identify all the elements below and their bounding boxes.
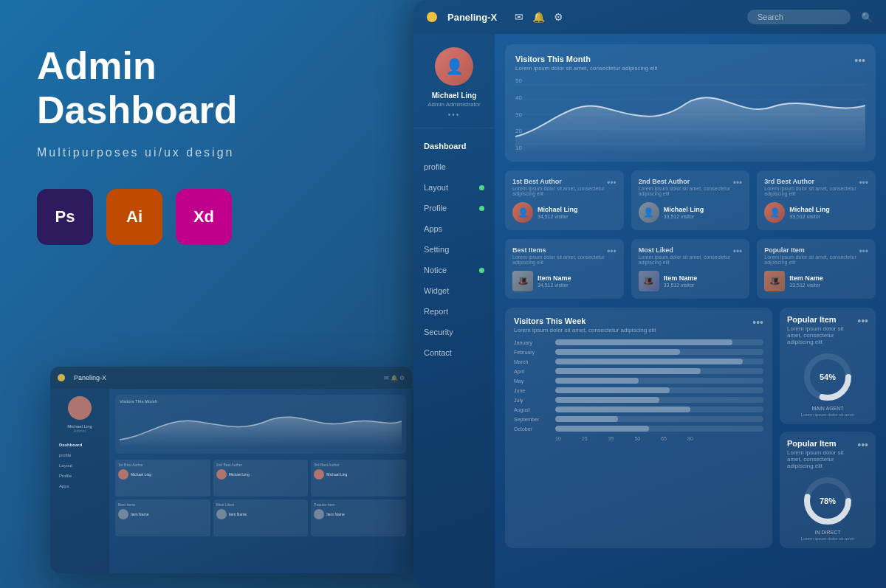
bar-label: April: [514, 369, 551, 374]
donut1-sublabel: MAIN AGENT: [811, 406, 843, 411]
avatar: 👤: [435, 47, 473, 86]
donut2-svg: 78%: [802, 475, 854, 527]
bar-fill: [555, 339, 732, 345]
visitors-month-card: Visitors This Month Lorem ipsum dolor si…: [505, 44, 876, 162]
item3-more[interactable]: •••: [859, 246, 868, 265]
author1-rank: 1st Best Author: [512, 178, 607, 185]
bar-fill: [555, 378, 639, 384]
author2-avatar: 👤: [639, 202, 659, 223]
bar-track: [555, 378, 763, 384]
donut2-sublabel: IN DIRECT: [815, 530, 841, 535]
donut1-more[interactable]: •••: [857, 315, 868, 327]
bell-icon[interactable]: 🔔: [532, 11, 545, 23]
dashboard-header: Paneling-X ✉ 🔔 ⚙ 🔍: [413, 0, 886, 34]
mail-icon[interactable]: ✉: [515, 11, 523, 23]
mini-dashboard-preview: Paneling-X ✉ 🔔 ⚙ Michael LingAdmin Dashb…: [50, 367, 412, 573]
bar-row: April: [514, 368, 763, 374]
donut-card-2: Popular Item Lorem ipsum dolor sit amet,…: [780, 432, 876, 548]
item3-rank: Popular Item: [764, 246, 859, 254]
bar-track: [555, 349, 763, 355]
sidebar-item-dashboard[interactable]: Dashboard: [413, 136, 495, 156]
sidebar-item-contact[interactable]: Contact: [413, 342, 495, 363]
item1-rank: Best Items: [512, 246, 607, 254]
author3-more[interactable]: •••: [859, 178, 868, 196]
bar-label: June: [514, 388, 551, 393]
bar-row: September: [514, 416, 763, 422]
donut1-title: Popular Item: [787, 315, 857, 324]
bar-row: March: [514, 359, 763, 364]
svg-text:54%: 54%: [820, 373, 836, 381]
sidebar-item-profile[interactable]: Profile: [413, 198, 495, 218]
bar-row: January: [514, 339, 763, 345]
best-items-grid: Best Items Lorem ipsum dolor sit amet, c…: [505, 239, 876, 299]
notice-dot: [479, 268, 484, 273]
main-dashboard: Paneling-X ✉ 🔔 ⚙ 🔍 👤 Michael Ling Admin …: [413, 0, 886, 588]
best-author-2-card: 2nd Best Author Lorem ipsum dolor sit am…: [631, 170, 750, 230]
bar-track: [555, 426, 763, 432]
header-icons: ✉ 🔔 ⚙: [515, 11, 563, 23]
bar-fill: [555, 397, 659, 403]
author1-more[interactable]: •••: [607, 178, 617, 196]
bar-row: February: [514, 349, 763, 355]
visitors-month-more[interactable]: •••: [854, 55, 865, 66]
bar-row: July: [514, 397, 763, 403]
sidebar-username: Michael Ling: [422, 91, 486, 100]
weekly-subtitle: Lorem ipsum dolor sit amet, consectetur …: [514, 327, 656, 333]
author3-avatar: 👤: [764, 202, 785, 223]
bar-track: [555, 416, 763, 422]
weekly-chart-card: Visitors This Week Lorem ipsum dolor sit…: [505, 308, 772, 548]
bar-track: [555, 359, 763, 364]
sidebar-user: 👤 Michael Ling Admin Administrator •••: [413, 34, 495, 128]
logo-dot: [427, 12, 437, 22]
author2-more[interactable]: •••: [733, 178, 743, 196]
bar-track: [555, 407, 763, 412]
donut1-subtitle: Lorem ipsum dolor sit amet, consectetur …: [787, 325, 857, 345]
settings-icon[interactable]: ⚙: [554, 11, 563, 23]
item1-avatar: 🎩: [512, 271, 533, 291]
best-item-2-card: Most Liked Lorem ipsum dolor sit amet, c…: [631, 239, 750, 299]
sidebar-item-apps[interactable]: Apps: [413, 218, 495, 239]
left-section: Admin Dashboard Multipurposes ui/ux desi…: [0, 0, 421, 588]
bar-fill: [555, 387, 670, 393]
bar-label: August: [514, 407, 551, 412]
weekly-more[interactable]: •••: [752, 317, 763, 328]
visitors-month-chart: 50 40 30 20 10: [515, 77, 865, 151]
sidebar-item-layout[interactable]: Layout: [413, 177, 495, 198]
sidebar-item-report[interactable]: Report: [413, 301, 495, 322]
best-author-3-card: 3rd Best Author Lorem ipsum dolor sit am…: [757, 170, 876, 230]
badge-ps: Ps: [37, 189, 93, 245]
main-content: Visitors This Month Lorem ipsum dolor si…: [495, 34, 886, 588]
sidebar-more[interactable]: •••: [422, 111, 486, 119]
sidebar-item-widget[interactable]: Widget: [413, 280, 495, 301]
layout-dot: [479, 185, 484, 190]
visitors-month-title: Visitors This Month: [515, 55, 658, 63]
badge-ai: Ai: [106, 189, 162, 245]
sidebar-item-notice[interactable]: Notice: [413, 260, 495, 280]
item2-more[interactable]: •••: [733, 246, 743, 265]
search-button[interactable]: 🔍: [861, 12, 873, 23]
author3-rank: 3rd Best Author: [764, 178, 859, 185]
search-input[interactable]: [747, 10, 851, 24]
bar-fill: [555, 349, 680, 355]
bar-label: March: [514, 359, 551, 364]
sidebar-item-profile-lower[interactable]: profile: [413, 156, 495, 177]
bar-label: May: [514, 378, 551, 384]
dashboard-body: 👤 Michael Ling Admin Administrator ••• D…: [413, 34, 886, 588]
donut-card-1: Popular Item Lorem ipsum dolor sit amet,…: [780, 308, 876, 424]
donut2-more[interactable]: •••: [857, 439, 868, 451]
item2-rank: Most Liked: [639, 246, 733, 254]
bar-track: [555, 397, 763, 403]
bar-label: February: [514, 350, 551, 355]
sidebar-item-security[interactable]: Security: [413, 322, 495, 342]
sidebar-nav: Dashboard profile Layout Profile Apps: [413, 128, 495, 370]
visitors-month-subtitle: Lorem ipsum dolor sit amet, consectetur …: [515, 65, 658, 72]
donut1-svg: 54%: [802, 351, 854, 403]
app-name: Paneling-X: [447, 12, 497, 23]
sidebar-item-setting[interactable]: Setting: [413, 239, 495, 260]
bar-label: July: [514, 398, 551, 403]
sidebar-role: Admin Administrator: [422, 101, 486, 108]
item2-avatar: 🎩: [639, 271, 659, 291]
svg-text:78%: 78%: [820, 497, 836, 505]
bar-row: August: [514, 407, 763, 412]
item1-more[interactable]: •••: [607, 246, 617, 265]
